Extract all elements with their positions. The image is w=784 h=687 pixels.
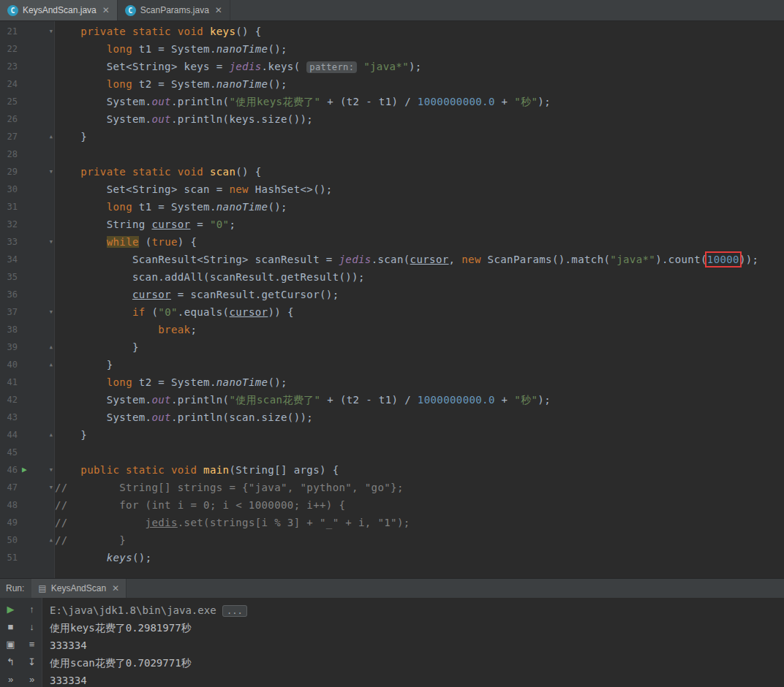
tab-label: ScanParams.java [140, 5, 209, 15]
line-number: 23 [0, 58, 18, 75]
line-number: 49 [0, 514, 18, 531]
code-text[interactable]: public static void main(String[] args) { [55, 461, 784, 479]
close-icon[interactable]: ✕ [214, 5, 222, 15]
soft-wrap-icon[interactable]: ≡ [29, 639, 35, 650]
code-text[interactable]: keys(); [55, 549, 784, 566]
code-token: (); [268, 43, 287, 55]
screenshot-icon[interactable]: ▣ [6, 639, 15, 650]
gutter: 38 [0, 321, 55, 338]
code-text[interactable]: String cursor = "0"; [55, 216, 784, 233]
code-text[interactable]: System.out.println(keys.size()); [55, 110, 784, 128]
code-token: long [107, 376, 132, 388]
code-text[interactable]: System.out.println("使用keys花费了" + (t2 - t… [55, 93, 784, 110]
editor-tab[interactable]: CScanParams.java✕ [118, 0, 230, 20]
code-token: if [132, 306, 146, 318]
code-text[interactable]: scan.addAll(scanResult.getResult()); [55, 268, 784, 286]
code-text[interactable]: long t2 = System.nanoTime(); [55, 373, 784, 391]
code-token: (); [268, 78, 287, 90]
fold-icon[interactable]: ▴ [48, 531, 53, 549]
code-token: System. [55, 113, 151, 125]
code-text[interactable]: System.out.println("使用scan花费了" + (t2 - t… [55, 391, 784, 409]
code-text[interactable] [55, 145, 784, 163]
code-text[interactable]: } [55, 356, 784, 373]
gutter: 29▾ [0, 163, 55, 181]
fold-icon[interactable]: ▾ [48, 479, 53, 496]
gutter: 42 [0, 391, 55, 409]
code-token: true [151, 236, 177, 248]
fold-icon[interactable]: ▴ [48, 128, 53, 145]
close-icon[interactable]: ✕ [101, 5, 110, 15]
code-text[interactable]: // String[] strings = {"java", "python",… [55, 479, 784, 496]
code-token: private static void [55, 26, 210, 37]
code-text[interactable]: private static void scan() { [55, 163, 784, 181]
more-options-icon[interactable]: » [8, 674, 13, 685]
code-text[interactable]: Set<String> keys = jedis.keys( pattern: … [55, 58, 784, 75]
fold-icon[interactable]: ▾ [48, 461, 53, 479]
code-text[interactable]: ScanResult<String> scanResult = jedis.sc… [55, 251, 784, 268]
code-line: 44▴ } [0, 426, 784, 444]
code-token: main [203, 464, 229, 476]
code-text[interactable]: System.out.println(scan.size()); [55, 409, 784, 426]
scroll-to-end-icon[interactable]: ↧ [28, 656, 36, 667]
next-frame-icon[interactable]: ↓ [29, 621, 34, 632]
line-number: 47 [0, 479, 18, 496]
gutter: 51 [0, 549, 55, 566]
code-token: "java*" [363, 61, 409, 72]
line-number: 43 [0, 409, 18, 426]
java-class-icon: C [125, 5, 136, 16]
code-token: ).count( [655, 254, 707, 265]
code-token: "秒" [514, 96, 538, 107]
code-text[interactable]: } [55, 338, 784, 356]
code-text[interactable]: // jedis.set(strings[i % 3] + "_" + i, "… [55, 514, 784, 531]
line-number: 46 [0, 461, 18, 479]
code-line: 35 scan.addAll(scanResult.getResult()); [0, 268, 784, 286]
collapsed-fold-chip[interactable]: ... [222, 605, 247, 617]
code-text[interactable] [55, 444, 784, 461]
code-token: System. [55, 394, 151, 406]
line-number: 27 [0, 128, 18, 145]
fold-icon[interactable]: ▴ [48, 356, 53, 373]
code-token: "java*" [610, 254, 655, 265]
code-text[interactable]: while (true) { [55, 233, 784, 251]
code-text[interactable]: Set<String> scan = new HashSet<>(); [55, 181, 784, 198]
fold-icon[interactable]: ▴ [48, 426, 53, 444]
line-number: 48 [0, 496, 18, 514]
code-text[interactable]: // } [55, 531, 784, 549]
code-text[interactable]: } [55, 128, 784, 145]
code-token: public static void [55, 464, 203, 476]
code-text[interactable]: long t2 = System.nanoTime(); [55, 75, 784, 93]
code-token: new [229, 183, 249, 195]
console-output[interactable]: E:\java\jdk1.8\bin\java.exe ...使用keys花费了… [42, 598, 784, 687]
code-text[interactable]: long t1 = System.nanoTime(); [55, 40, 784, 58]
fold-icon[interactable]: ▾ [48, 233, 53, 251]
editor[interactable]: 21▾ private static void keys() {22 long … [0, 21, 784, 578]
prev-frame-icon[interactable]: ↑ [29, 604, 34, 615]
line-number: 44 [0, 426, 18, 444]
code-text[interactable]: private static void keys() { [55, 23, 784, 40]
code-text[interactable]: long t1 = System.nanoTime(); [55, 198, 784, 216]
console-line: 使用scan花费了0.7029771秒 [50, 654, 784, 672]
close-icon[interactable]: ✕ [110, 583, 119, 593]
code-text[interactable]: // for (int i = 0; i < 1000000; i++) { [55, 496, 784, 514]
code-token: ); [538, 96, 551, 107]
gutter: 33▾ [0, 233, 55, 251]
code-text[interactable]: cursor = scanResult.getCursor(); [55, 286, 784, 303]
exit-icon[interactable]: ↰ [7, 656, 15, 667]
code-text[interactable]: } [55, 426, 784, 444]
fold-icon[interactable]: ▾ [48, 303, 53, 321]
code-text[interactable]: if ("0".equals(cursor)) { [55, 303, 784, 321]
fold-icon[interactable]: ▴ [48, 338, 53, 356]
rerun-icon[interactable]: ▶ [7, 604, 15, 615]
fold-icon[interactable]: ▾ [48, 23, 53, 40]
code-token [55, 306, 132, 318]
run-tab[interactable]: ▤ KeysAndScan ✕ [31, 579, 127, 598]
code-text[interactable]: break; [55, 321, 784, 338]
gutter: 49 [0, 514, 55, 531]
code-token: () { [235, 26, 261, 37]
editor-tab[interactable]: CKeysAndScan.java✕ [0, 0, 118, 20]
more-actions-icon[interactable]: » [29, 674, 34, 685]
code-token: jedis [146, 517, 178, 528]
stop-icon[interactable]: ■ [8, 621, 14, 632]
run-line-icon[interactable]: ▶ [22, 461, 27, 479]
fold-icon[interactable]: ▾ [48, 163, 53, 181]
